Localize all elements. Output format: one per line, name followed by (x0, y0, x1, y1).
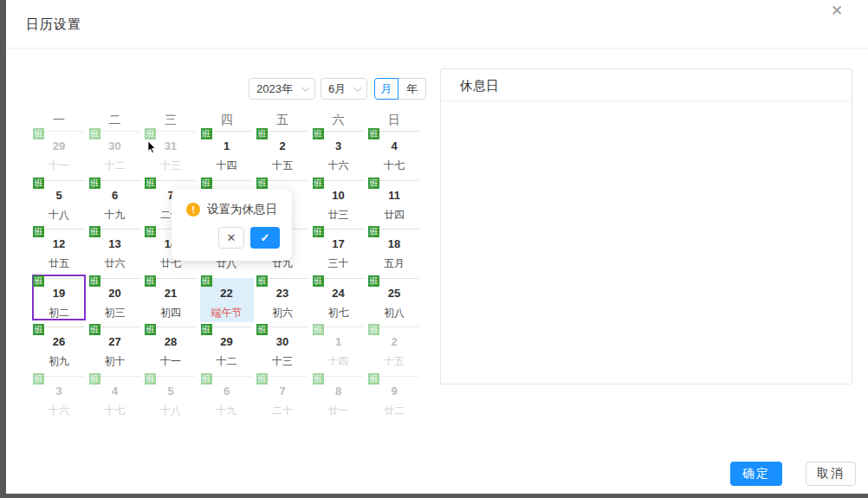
day-number: 8 (314, 385, 364, 398)
day-lunar-label: 廿一 (314, 404, 364, 417)
day-lunar-label: 二十 (257, 404, 308, 417)
workday-badge: 班 (145, 373, 156, 385)
day-number: 30 (90, 140, 140, 152)
day-lunar-label: 十八 (146, 404, 196, 417)
calendar-day-cell[interactable]: 班12廿五 (34, 229, 84, 278)
calendar-day-cell[interactable]: 班23初六 (257, 278, 308, 327)
calendar-day-cell[interactable]: 班18五月 (369, 229, 419, 278)
day-lunar-label: 廿二 (369, 404, 419, 417)
calendar-day-cell[interactable]: 班1十四 (314, 327, 364, 376)
calendar-day-cell[interactable]: 班29十二 (202, 327, 252, 376)
workday-badge: 班 (368, 324, 379, 335)
calendar-day-cell[interactable]: 班25初八 (369, 278, 419, 327)
popconfirm-confirm-button[interactable]: ✓ (250, 227, 280, 249)
day-number: 3 (314, 140, 364, 152)
calendar-day-cell[interactable]: 班6十九 (202, 376, 252, 425)
day-lunar-label: 初十 (90, 355, 140, 367)
workday-badge: 班 (33, 226, 44, 237)
day-lunar-label: 十四 (202, 159, 252, 171)
month-select[interactable]: 6月 (321, 78, 367, 100)
segment-year-button[interactable]: 年 (398, 78, 426, 100)
day-number: 22 (202, 288, 252, 300)
day-lunar-label: 十七 (90, 404, 140, 417)
workday-badge: 班 (313, 275, 324, 287)
day-number: 4 (369, 140, 419, 152)
workday-badge: 班 (368, 373, 379, 385)
popconfirm-message-row: ! 设置为休息日 (186, 202, 280, 217)
calendar-day-cell[interactable]: 班7二十 (257, 376, 308, 425)
workday-badge: 班 (89, 373, 100, 385)
calendar-day-cell[interactable]: 班3十六 (34, 376, 84, 425)
calendar-day-cell[interactable]: 班3十六 (314, 131, 364, 180)
day-lunar-label: 十一 (146, 355, 196, 367)
day-number: 3 (34, 385, 84, 398)
calendar-day-cell[interactable]: 班28十一 (146, 327, 196, 376)
calendar-settings-dialog: 日历设置 ✕ 2023年 6月 月 年 一二三四五六日 班29十一班30十二班3… (6, 0, 868, 494)
day-lunar-label: 十六 (314, 159, 364, 171)
calendar-day-cell[interactable]: 班13廿六 (90, 229, 140, 278)
calendar-day-cell[interactable]: 班11廿四 (369, 180, 419, 230)
calendar-day-cell[interactable]: 班9廿二 (369, 376, 419, 425)
day-lunar-label: 十八 (34, 209, 84, 221)
confirm-button[interactable]: 确定 (730, 462, 782, 486)
day-lunar-label: 十三 (257, 355, 308, 367)
calendar-day-cell[interactable]: 班10廿三 (314, 180, 364, 230)
segment-month-button[interactable]: 月 (374, 78, 398, 100)
rest-days-panel: 休息日 (440, 68, 852, 385)
calendar-day-cell[interactable]: 班17三十 (314, 229, 364, 278)
calendar-day-cell[interactable]: 班26初九 (34, 327, 84, 376)
calendar-day-cell[interactable]: 班24初七 (314, 278, 364, 327)
workday-badge: 班 (33, 275, 44, 287)
day-number: 11 (369, 190, 419, 202)
workday-badge: 班 (368, 128, 379, 139)
workday-badge: 班 (33, 128, 44, 139)
calendar-day-cell[interactable]: 班2十五 (369, 327, 419, 376)
calendar-day-cell[interactable]: 班30十二 (90, 131, 140, 180)
workday-badge: 班 (313, 373, 324, 385)
workday-badge: 班 (313, 178, 324, 189)
calendar-day-cell[interactable]: 班6十九 (90, 180, 140, 230)
workday-badge: 班 (89, 226, 100, 237)
day-lunar-label: 十九 (202, 404, 252, 417)
workday-badge: 班 (368, 275, 379, 287)
day-lunar-label: 十三 (146, 159, 196, 171)
day-number: 24 (314, 288, 364, 300)
calendar-day-cell[interactable]: 班4十七 (90, 376, 140, 425)
calendar-day-cell[interactable]: 班5十八 (146, 376, 196, 425)
workday-badge: 班 (313, 128, 324, 139)
workday-badge: 班 (33, 324, 44, 335)
workday-badge: 班 (201, 178, 212, 189)
calendar-day-cell[interactable]: 班2十五 (257, 131, 308, 180)
calendar-day-cell[interactable]: 班30十三 (257, 327, 308, 376)
day-lunar-label: 初九 (34, 355, 84, 367)
close-icon[interactable]: ✕ (826, 0, 848, 23)
calendar-day-cell[interactable]: 班4十七 (369, 131, 419, 180)
day-number: 5 (146, 385, 196, 398)
workday-badge: 班 (145, 324, 156, 335)
day-number: 6 (90, 190, 140, 202)
workday-badge: 班 (256, 178, 268, 189)
cancel-button[interactable]: 取消 (806, 462, 856, 486)
calendar-day-cell[interactable]: 班21初四 (146, 278, 196, 327)
workday-badge: 班 (145, 178, 156, 189)
calendar-day-cell[interactable]: 班22端午节 (202, 278, 252, 327)
calendar-day-cell[interactable]: 班27初十 (90, 327, 140, 376)
day-lunar-label: 端午节 (202, 307, 252, 319)
year-select[interactable]: 2023年 (249, 78, 315, 100)
workday-badge: 班 (89, 178, 100, 189)
day-number: 25 (369, 288, 419, 300)
chevron-down-icon (301, 83, 310, 92)
workday-badge: 班 (256, 324, 268, 335)
day-number: 4 (90, 385, 140, 398)
calendar-day-cell[interactable]: 班8廿一 (314, 376, 364, 425)
calendar-day-cell[interactable]: 班1十四 (202, 131, 252, 180)
calendar-day-cell[interactable]: 班5十八 (34, 180, 84, 230)
calendar-day-cell[interactable]: 班29十一 (34, 131, 84, 180)
calendar-day-cell[interactable]: 班19初二 (34, 278, 84, 327)
day-number: 28 (146, 336, 196, 348)
workday-badge: 班 (33, 373, 44, 385)
set-rest-day-popconfirm: ! 设置为休息日 ✕ ✓ (172, 189, 292, 261)
calendar-day-cell[interactable]: 班31十三 (146, 131, 196, 180)
calendar-day-cell[interactable]: 班20初三 (90, 278, 140, 327)
popconfirm-cancel-button[interactable]: ✕ (218, 227, 244, 249)
